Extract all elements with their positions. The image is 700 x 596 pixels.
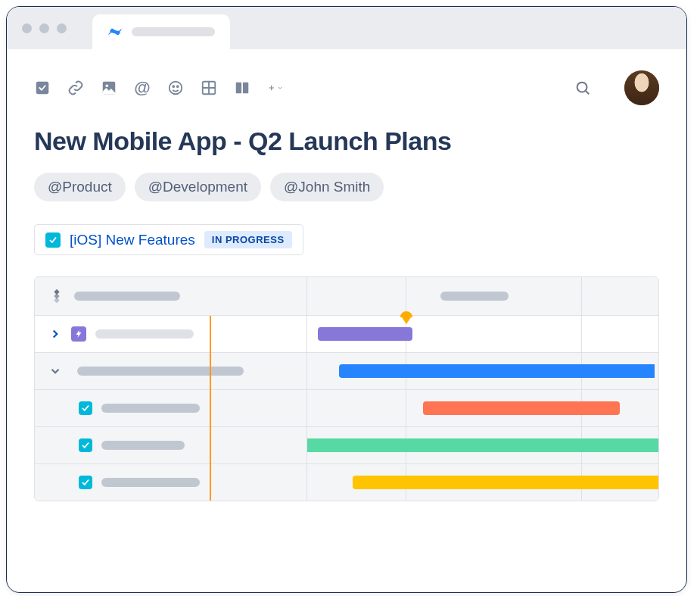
gantt-bar-purple[interactable]: [318, 327, 412, 341]
page-content: New Mobile App - Q2 Launch Plans @Produc…: [7, 119, 686, 509]
gantt-timeline-cell[interactable]: [307, 353, 658, 389]
layouts-icon[interactable]: [234, 80, 250, 96]
status-badge: IN PROGRESS: [204, 231, 292, 248]
card-title: [iOS] New Features: [70, 232, 195, 248]
timeline-label-placeholder: [440, 292, 509, 301]
browser-tab[interactable]: [92, 14, 230, 49]
gantt-timeline-cell[interactable]: [307, 427, 658, 463]
gantt-bar-orange[interactable]: [423, 401, 620, 415]
svg-point-5: [177, 86, 179, 87]
mention-list: @Product @Development @John Smith: [34, 173, 659, 201]
svg-rect-10: [243, 83, 248, 94]
task-checkbox-icon: [45, 232, 61, 248]
tab-title-placeholder: [132, 27, 215, 36]
gantt-row-epic-collapsed[interactable]: [35, 316, 307, 352]
app-window: @ New Mobile App - Q2 Launch Plans @Prod…: [6, 6, 687, 593]
jira-software-icon: [48, 288, 65, 304]
chevron-right-icon[interactable]: [48, 327, 62, 341]
mention-pill[interactable]: @Development: [135, 173, 261, 201]
gantt-row-task[interactable]: [35, 427, 307, 463]
task-title-placeholder: [101, 404, 200, 413]
gantt-timeline-cell[interactable]: [307, 316, 658, 352]
mention-pill[interactable]: @John Smith: [270, 173, 384, 201]
today-indicator-line: [210, 316, 211, 501]
svg-line-14: [586, 91, 590, 95]
browser-titlebar: [7, 7, 686, 49]
window-control-dot[interactable]: [39, 23, 49, 33]
task-title-placeholder: [101, 478, 200, 487]
gantt-timeline-cell[interactable]: [307, 390, 658, 426]
gantt-row-task[interactable]: [35, 390, 307, 426]
window-control-dot[interactable]: [22, 23, 32, 33]
svg-point-13: [577, 83, 587, 92]
mention-pill[interactable]: @Product: [34, 173, 126, 201]
mention-icon[interactable]: @: [134, 80, 151, 96]
task-checkbox-icon: [79, 401, 92, 415]
action-item-icon[interactable]: [34, 80, 51, 96]
image-icon[interactable]: [101, 80, 117, 96]
editor-toolbar: @: [7, 49, 686, 119]
roadmap-gantt: [34, 276, 659, 501]
search-icon[interactable]: [574, 80, 591, 96]
table-icon[interactable]: [201, 80, 217, 96]
user-avatar[interactable]: [624, 70, 659, 105]
epic-title-placeholder: [95, 329, 194, 339]
window-control-dot[interactable]: [57, 23, 67, 33]
gantt-body: [35, 316, 658, 501]
svg-point-4: [173, 86, 174, 87]
svg-point-3: [170, 82, 182, 95]
page-title[interactable]: New Mobile App - Q2 Launch Plans: [34, 126, 659, 156]
confluence-icon: [107, 24, 123, 39]
task-checkbox-icon: [79, 476, 92, 489]
today-marker-icon: [400, 315, 412, 324]
svg-point-2: [105, 84, 108, 87]
task-title-placeholder: [101, 441, 185, 450]
svg-rect-9: [236, 83, 241, 94]
jira-inline-card[interactable]: [iOS] New Features IN PROGRESS: [34, 224, 303, 255]
gantt-header-left: [35, 277, 307, 315]
insert-more-icon[interactable]: [267, 80, 284, 96]
link-icon[interactable]: [67, 80, 84, 96]
gantt-bar-green[interactable]: [307, 438, 658, 452]
gantt-bar-yellow[interactable]: [353, 476, 658, 489]
task-checkbox-icon: [79, 438, 92, 452]
gantt-bar-blue[interactable]: [339, 364, 655, 378]
header-placeholder: [74, 292, 180, 301]
gantt-timeline-cell[interactable]: [307, 464, 658, 501]
epic-title-placeholder: [77, 367, 244, 376]
emoji-icon[interactable]: [167, 80, 184, 96]
gantt-header-right: [307, 277, 658, 315]
epic-icon: [71, 326, 86, 342]
chevron-down-icon[interactable]: [48, 364, 62, 378]
toolbar-icon-group: @: [34, 80, 284, 96]
svg-rect-0: [36, 82, 49, 95]
gantt-row-task[interactable]: [35, 464, 307, 501]
gantt-row-epic-expanded[interactable]: [35, 353, 307, 389]
